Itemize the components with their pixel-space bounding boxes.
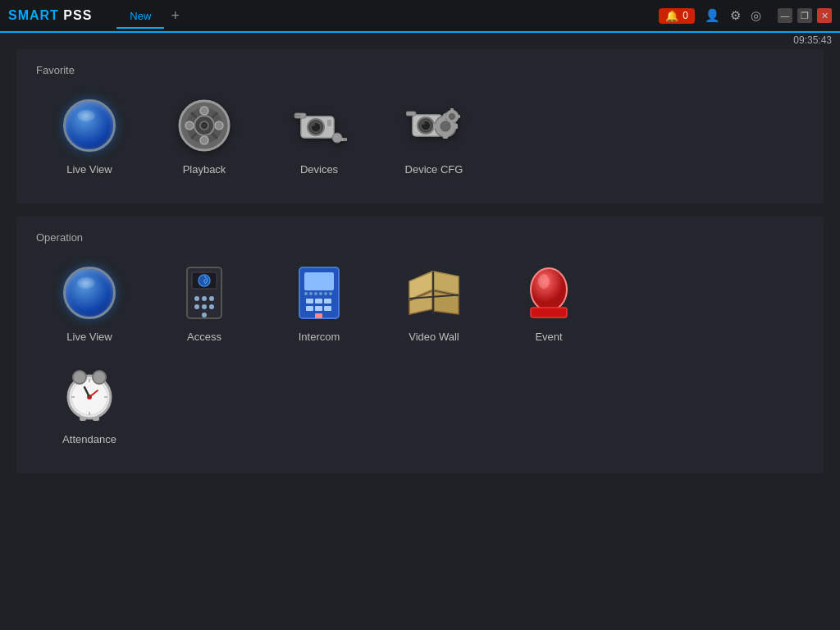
svg-rect-64: [315, 313, 322, 318]
restore-button[interactable]: ❐: [797, 8, 812, 23]
device-cfg-fav-icon: [406, 98, 462, 153]
svg-rect-51: [304, 272, 334, 290]
attendance-op-icon: [62, 368, 117, 423]
playback-fav-label: Playback: [183, 163, 226, 176]
operation-grid-row2: Attendance: [36, 359, 804, 454]
svg-point-44: [202, 296, 207, 301]
svg-point-43: [194, 296, 199, 301]
live-view-fav-label: Live View: [66, 163, 112, 176]
bell-icon: 🔔: [665, 10, 678, 22]
operation-title: Operation: [36, 231, 804, 244]
svg-rect-32: [454, 124, 458, 129]
devices-fav-icon: [291, 98, 347, 153]
operation-attendance[interactable]: Attendance: [36, 359, 143, 454]
svg-rect-39: [458, 115, 460, 118]
svg-rect-21: [344, 138, 346, 141]
svg-point-72: [538, 274, 550, 289]
svg-point-28: [441, 121, 450, 131]
live-view-op-label: Live View: [66, 331, 112, 343]
svg-point-46: [194, 304, 199, 309]
operation-videowall[interactable]: Video Wall: [381, 257, 487, 351]
favorite-playback[interactable]: Playback: [151, 89, 258, 184]
videowall-op-icon: [406, 265, 462, 321]
operation-event[interactable]: Event: [495, 257, 602, 351]
access-op-icon: [176, 265, 232, 321]
app-name-smart: SMART: [8, 8, 59, 22]
favorite-device-cfg[interactable]: Device CFG: [381, 89, 487, 184]
operation-access[interactable]: Access: [151, 257, 258, 351]
operation-live-view[interactable]: Live View: [36, 257, 143, 351]
intercom-op-label: Intercom: [299, 331, 340, 343]
playback-fav-icon: [176, 98, 232, 153]
svg-point-76: [73, 371, 86, 384]
event-op-icon: [521, 265, 577, 321]
svg-rect-37: [450, 122, 454, 125]
svg-rect-58: [306, 299, 313, 304]
tab-new[interactable]: New: [116, 5, 164, 29]
live-view-fav-icon: [62, 98, 117, 153]
operation-intercom[interactable]: Intercom: [266, 257, 372, 351]
svg-point-48: [209, 304, 214, 309]
user-icon[interactable]: 👤: [705, 8, 720, 23]
app-logo: SMART PSS: [8, 8, 92, 23]
favorite-devices[interactable]: Devices: [266, 89, 372, 184]
app-name-pss: PSS: [59, 8, 92, 22]
svg-point-7: [200, 136, 208, 144]
svg-point-9: [215, 121, 223, 130]
svg-point-53: [309, 292, 313, 295]
svg-rect-61: [306, 306, 313, 311]
svg-rect-59: [315, 299, 322, 304]
svg-rect-79: [93, 417, 99, 421]
svg-point-15: [312, 123, 315, 126]
minimize-button[interactable]: —: [778, 8, 792, 23]
svg-rect-78: [80, 417, 86, 421]
close-button[interactable]: ✕: [817, 8, 832, 23]
titlebar: SMART PSS New + 🔔 0 👤 ⚙ ◎ — ❐ ✕: [0, 0, 840, 33]
svg-rect-73: [531, 308, 567, 317]
favorite-grid: Live View: [36, 89, 804, 184]
main-content: Favorite Live View: [0, 33, 840, 630]
favorite-live-view[interactable]: Live View: [36, 89, 143, 184]
svg-point-11: [200, 121, 208, 130]
svg-point-6: [200, 107, 208, 115]
activity-icon[interactable]: ◎: [751, 8, 761, 23]
svg-point-8: [185, 121, 194, 130]
svg-point-71: [531, 268, 567, 311]
svg-rect-30: [443, 135, 448, 139]
svg-point-77: [93, 371, 106, 384]
operation-grid: Live View: [36, 257, 804, 351]
svg-rect-62: [315, 306, 322, 311]
svg-point-47: [202, 304, 207, 309]
svg-rect-63: [324, 306, 331, 311]
favorite-title: Favorite: [36, 64, 804, 76]
alarm-count: 0: [682, 10, 688, 21]
svg-point-52: [304, 292, 308, 295]
live-view-op-icon: [62, 265, 117, 321]
svg-point-25: [422, 121, 425, 125]
operation-section: Operation Live View: [16, 217, 824, 473]
device-cfg-fav-label: Device CFG: [405, 163, 463, 176]
devices-fav-label: Devices: [300, 163, 338, 176]
settings-icon[interactable]: ⚙: [730, 8, 741, 23]
svg-point-45: [209, 296, 214, 301]
videowall-op-label: Video Wall: [409, 331, 459, 343]
svg-point-56: [324, 292, 327, 295]
svg-rect-36: [450, 108, 454, 111]
svg-rect-60: [324, 299, 331, 304]
intercom-op-icon: [291, 265, 347, 321]
svg-rect-38: [444, 115, 446, 118]
svg-rect-26: [406, 112, 416, 116]
svg-point-54: [314, 292, 317, 295]
access-op-label: Access: [187, 331, 221, 343]
tab-add-button[interactable]: +: [171, 7, 180, 25]
attendance-op-label: Attendance: [62, 433, 116, 445]
svg-point-55: [319, 292, 322, 295]
svg-point-35: [450, 114, 455, 120]
event-op-label: Event: [535, 331, 562, 343]
favorite-section: Favorite Live View: [16, 49, 824, 203]
svg-point-57: [329, 292, 332, 295]
svg-rect-31: [433, 124, 437, 129]
alarm-badge[interactable]: 🔔 0: [659, 8, 695, 24]
svg-point-49: [202, 313, 207, 317]
window-controls: — ❐ ✕: [778, 8, 832, 23]
